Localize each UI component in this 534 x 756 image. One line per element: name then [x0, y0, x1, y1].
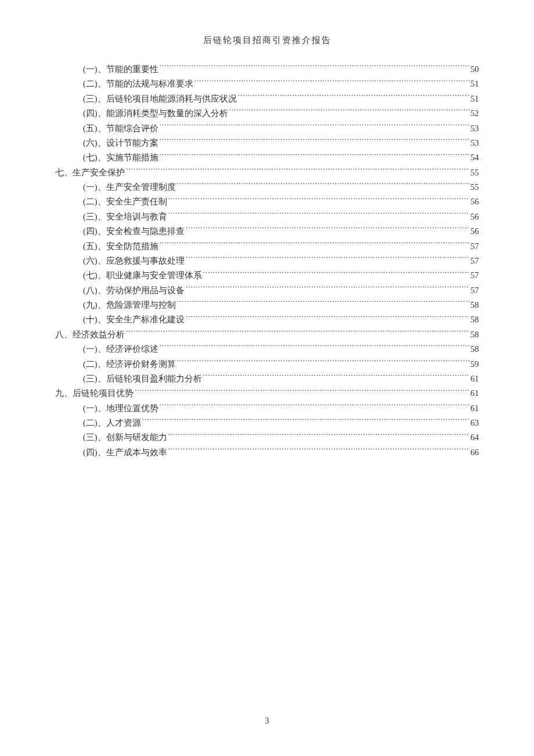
- toc-entry-label: (三)、安全培训与教育: [83, 210, 167, 224]
- toc-entry-label: (六)、设计节能方案: [83, 136, 158, 150]
- toc-entry-label: (二)、节能的法规与标准要求: [83, 77, 193, 91]
- toc-entry-label: (九)、危险源管理与控制: [83, 298, 176, 312]
- document-header-title: 后链轮项目招商引资推介报告: [55, 35, 479, 46]
- toc-leader-dots: [186, 226, 470, 235]
- toc-leader-dots: [186, 314, 470, 323]
- toc-entry: (七)、职业健康与安全管理体系57: [55, 268, 479, 283]
- toc-leader-dots: [168, 196, 470, 205]
- toc-entry: (三)、创新与研发能力64: [55, 430, 479, 445]
- toc-leader-dots: [168, 447, 470, 455]
- toc-leader-dots: [168, 211, 470, 219]
- toc-leader-dots: [229, 108, 470, 117]
- toc-entry: 八、经济效益分析58: [55, 327, 479, 342]
- toc-entry: (三)、后链轮项目盈利能力分析61: [55, 372, 479, 386]
- toc-entry: (九)、危险源管理与控制58: [55, 298, 479, 312]
- document-page: 后链轮项目招商引资推介报告 (一)、节能的重要性50(二)、节能的法规与标准要求…: [0, 0, 534, 460]
- toc-entry-label: (三)、创新与研发能力: [83, 430, 167, 445]
- toc-entry-page: 58: [471, 298, 479, 312]
- toc-entry-page: 51: [471, 92, 479, 106]
- toc-leader-dots: [194, 78, 470, 87]
- toc-entry: (四)、安全检查与隐患排查56: [55, 224, 479, 239]
- toc-leader-dots: [168, 432, 470, 441]
- table-of-contents: (一)、节能的重要性50(二)、节能的法规与标准要求51(三)、后链轮项目地能源…: [55, 62, 479, 460]
- toc-entry-page: 52: [471, 106, 479, 121]
- toc-leader-dots: [238, 93, 470, 102]
- toc-entry-page: 58: [471, 342, 479, 357]
- toc-entry-label: (二)、安全生产责任制: [83, 195, 167, 209]
- toc-entry: (七)、实施节能措施54: [55, 150, 479, 165]
- toc-entry-page: 61: [471, 401, 479, 416]
- toc-leader-dots: [160, 240, 470, 249]
- toc-leader-dots: [135, 388, 470, 397]
- toc-entry-page: 63: [471, 416, 479, 430]
- toc-entry-page: 66: [471, 445, 479, 460]
- toc-entry-page: 57: [471, 254, 479, 268]
- toc-entry-label: 八、经济效益分析: [55, 327, 125, 342]
- toc-entry: (二)、经济评价财务测算59: [55, 357, 479, 372]
- toc-entry: (二)、人才资源63: [55, 416, 479, 430]
- toc-entry-page: 53: [471, 136, 479, 150]
- toc-entry-label: (八)、劳动保护用品与设备: [83, 283, 185, 298]
- toc-leader-dots: [160, 152, 470, 161]
- toc-leader-dots: [126, 167, 470, 175]
- toc-leader-dots: [126, 329, 470, 337]
- toc-entry-label: (一)、地理位置优势: [83, 401, 158, 416]
- toc-entry: (八)、劳动保护用品与设备57: [55, 283, 479, 298]
- toc-entry: (十)、安全生产标准化建设58: [55, 312, 479, 327]
- toc-entry: (四)、能源消耗类型与数量的深入分析52: [55, 106, 479, 121]
- toc-entry-page: 56: [471, 224, 479, 239]
- toc-leader-dots: [177, 300, 470, 308]
- toc-entry-page: 56: [471, 195, 479, 209]
- toc-entry-label: (四)、能源消耗类型与数量的深入分析: [83, 106, 228, 121]
- page-number: 3: [0, 717, 534, 726]
- toc-entry-label: (五)、节能综合评价: [83, 121, 158, 136]
- toc-entry-label: (一)、节能的重要性: [83, 62, 158, 77]
- toc-entry: (四)、生产成本与效率66: [55, 445, 479, 460]
- toc-leader-dots: [203, 270, 470, 279]
- toc-entry: (二)、节能的法规与标准要求51: [55, 77, 479, 91]
- toc-entry: (一)、生产安全管理制度55: [55, 180, 479, 195]
- toc-entry-label: (十)、安全生产标准化建设: [83, 312, 185, 327]
- toc-entry-page: 55: [471, 180, 479, 195]
- toc-entry-page: 59: [471, 357, 479, 372]
- toc-entry-label: 七、生产安全保护: [55, 165, 125, 180]
- toc-entry-label: (六)、应急救援与事故处理: [83, 254, 185, 268]
- toc-leader-dots: [160, 402, 470, 411]
- toc-entry: (六)、设计节能方案53: [55, 136, 479, 150]
- toc-entry-label: (三)、后链轮项目盈利能力分析: [83, 372, 202, 386]
- toc-entry-page: 50: [471, 62, 479, 77]
- toc-leader-dots: [186, 255, 470, 264]
- toc-leader-dots: [160, 123, 470, 131]
- toc-entry-page: 55: [471, 165, 479, 180]
- toc-entry: 九、后链轮项目优势61: [55, 386, 479, 401]
- toc-entry-label: (二)、人才资源: [83, 416, 141, 430]
- toc-entry: (一)、节能的重要性50: [55, 62, 479, 77]
- toc-entry: (五)、节能综合评价53: [55, 121, 479, 136]
- toc-entry-label: 九、后链轮项目优势: [55, 386, 134, 401]
- toc-leader-dots: [160, 137, 470, 146]
- toc-entry-label: (二)、经济评价财务测算: [83, 357, 176, 372]
- toc-entry-page: 61: [471, 372, 479, 386]
- toc-leader-dots: [160, 64, 470, 73]
- toc-entry-page: 54: [471, 150, 479, 165]
- toc-leader-dots: [186, 285, 470, 293]
- toc-entry: (三)、安全培训与教育56: [55, 210, 479, 224]
- toc-entry: (五)、安全防范措施57: [55, 239, 479, 254]
- toc-leader-dots: [203, 373, 470, 381]
- toc-entry: (二)、安全生产责任制56: [55, 195, 479, 209]
- toc-leader-dots: [177, 182, 470, 190]
- toc-entry-page: 57: [471, 283, 479, 298]
- toc-entry-page: 58: [471, 327, 479, 342]
- toc-entry-page: 56: [471, 210, 479, 224]
- toc-entry-label: (一)、生产安全管理制度: [83, 180, 176, 195]
- toc-entry-label: (四)、安全检查与隐患排查: [83, 224, 185, 239]
- toc-entry-page: 64: [471, 430, 479, 445]
- toc-entry-label: (三)、后链轮项目地能源消耗与供应状况: [83, 92, 237, 106]
- toc-entry-label: (一)、经济评价综述: [83, 342, 158, 357]
- toc-entry: 七、生产安全保护55: [55, 165, 479, 180]
- toc-entry-label: (五)、安全防范措施: [83, 239, 158, 254]
- toc-entry-page: 51: [471, 77, 479, 91]
- toc-entry-page: 61: [471, 386, 479, 401]
- toc-entry: (六)、应急救援与事故处理57: [55, 254, 479, 268]
- toc-entry-label: (七)、实施节能措施: [83, 150, 158, 165]
